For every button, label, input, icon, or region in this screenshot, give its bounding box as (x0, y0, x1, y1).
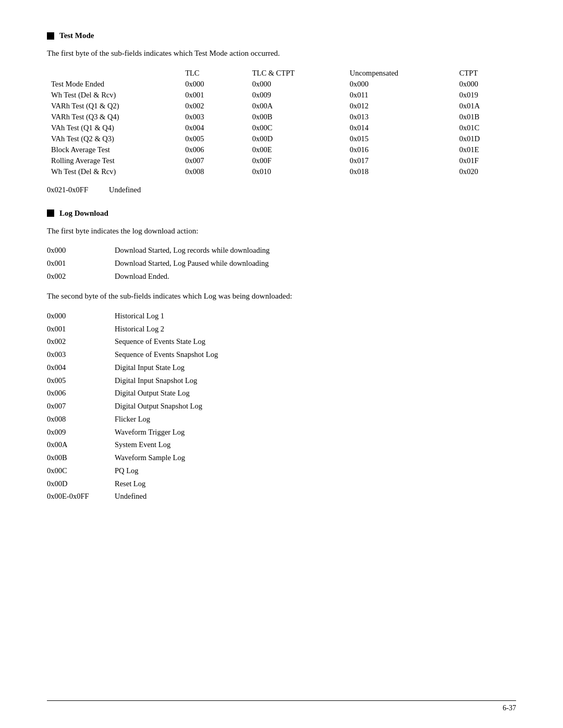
list-item: 0x005 Digital Input Snapshot Log (47, 375, 516, 387)
list-item: 0x004 Digital Input State Log (47, 362, 516, 374)
row-uncompensated: 0x013 (346, 112, 455, 122)
row-tlc: 0x000 (181, 79, 248, 90)
table-row: VARh Test (Q1 & Q2) 0x002 0x00A 0x012 0x… (47, 101, 516, 112)
row-ctpt: 0x01F (455, 155, 516, 166)
col-header-label (47, 68, 181, 79)
row-uncompensated: 0x014 (346, 122, 455, 133)
log-download-heading: Log Download (47, 209, 516, 218)
table-row: VAh Test (Q1 & Q4) 0x004 0x00C 0x014 0x0… (47, 122, 516, 133)
row-tlc: 0x001 (181, 90, 248, 101)
table-row: Rolling Average Test 0x007 0x00F 0x017 0… (47, 155, 516, 166)
item-code: 0x006 (47, 388, 115, 399)
log-download-desc1: The first byte indicates the log downloa… (47, 225, 516, 237)
item-code: 0x005 (47, 375, 115, 387)
row-ctpt: 0x01A (455, 101, 516, 112)
list-item: 0x001 Download Started, Log Paused while… (47, 258, 516, 269)
row-tlc: 0x008 (181, 166, 248, 177)
table-row: VAh Test (Q2 & Q3) 0x005 0x00D 0x015 0x0… (47, 133, 516, 144)
row-tlcctpt: 0x00F (248, 155, 346, 166)
test-mode-title: Test Mode (59, 31, 94, 40)
second-byte-list: 0x000 Historical Log 1 0x001 Historical … (47, 311, 516, 502)
footer: 6-37 (0, 700, 563, 712)
list-item: 0x007 Digital Output Snapshot Log (47, 401, 516, 412)
row-tlcctpt: 0x00C (248, 122, 346, 133)
row-label: VAh Test (Q1 & Q4) (47, 122, 181, 133)
test-mode-undefined-label: Undefined (109, 186, 141, 194)
item-description: Download Ended. (115, 271, 516, 282)
item-description: Digital Input Snapshot Log (115, 375, 516, 387)
row-tlcctpt: 0x00B (248, 112, 346, 122)
col-header-tlcctpt: TLC & CTPT (248, 68, 346, 79)
item-description: Historical Log 2 (115, 324, 516, 335)
item-description: Historical Log 1 (115, 311, 516, 322)
list-item: 0x008 Flicker Log (47, 414, 516, 425)
list-item: 0x001 Historical Log 2 (47, 324, 516, 335)
row-tlc: 0x003 (181, 112, 248, 122)
list-item: 0x002 Download Ended. (47, 271, 516, 282)
item-code: 0x00B (47, 452, 115, 464)
table-row: VARh Test (Q3 & Q4) 0x003 0x00B 0x013 0x… (47, 112, 516, 122)
row-tlcctpt: 0x009 (248, 90, 346, 101)
page-number: 6-37 (47, 704, 516, 712)
item-code: 0x002 (47, 271, 115, 282)
item-code: 0x00E-0x0FF (47, 491, 115, 502)
test-mode-heading: Test Mode (47, 31, 516, 40)
item-description: Digital Output State Log (115, 388, 516, 399)
item-code: 0x001 (47, 258, 115, 269)
row-label: Rolling Average Test (47, 155, 181, 166)
first-byte-list: 0x000 Download Started, Log records whil… (47, 245, 516, 282)
test-mode-table: TLC TLC & CTPT Uncompensated CTPT Test M… (47, 68, 516, 177)
item-description: PQ Log (115, 465, 516, 477)
item-description: Waveform Sample Log (115, 452, 516, 464)
item-description: Undefined (115, 491, 516, 502)
row-tlc: 0x006 (181, 144, 248, 155)
row-ctpt: 0x01E (455, 144, 516, 155)
row-tlcctpt: 0x00A (248, 101, 346, 112)
item-code: 0x002 (47, 336, 115, 348)
row-label: VARh Test (Q3 & Q4) (47, 112, 181, 122)
item-code: 0x008 (47, 414, 115, 425)
row-tlc: 0x002 (181, 101, 248, 112)
row-label: Wh Test (Del & Rcv) (47, 166, 181, 177)
table-row: Wh Test (Del & Rcv) 0x001 0x009 0x011 0x… (47, 90, 516, 101)
row-label: Test Mode Ended (47, 79, 181, 90)
list-item: 0x000 Historical Log 1 (47, 311, 516, 322)
row-tlcctpt: 0x000 (248, 79, 346, 90)
item-code: 0x004 (47, 362, 115, 374)
test-mode-section: Test Mode The first byte of the sub-fiel… (47, 31, 516, 194)
row-ctpt: 0x01C (455, 122, 516, 133)
page: Test Mode The first byte of the sub-fiel… (0, 0, 563, 728)
row-uncompensated: 0x018 (346, 166, 455, 177)
test-mode-bullet (47, 32, 54, 40)
row-uncompensated: 0x000 (346, 79, 455, 90)
item-description: Waveform Trigger Log (115, 427, 516, 438)
test-mode-description: The first byte of the sub-fields indicat… (47, 47, 516, 59)
row-tlc: 0x005 (181, 133, 248, 144)
row-label: VARh Test (Q1 & Q2) (47, 101, 181, 112)
item-code: 0x000 (47, 245, 115, 256)
row-tlc: 0x007 (181, 155, 248, 166)
row-tlcctpt: 0x00D (248, 133, 346, 144)
list-item: 0x00A System Event Log (47, 439, 516, 451)
list-item: 0x009 Waveform Trigger Log (47, 427, 516, 438)
item-description: Download Started, Log Paused while downl… (115, 258, 516, 269)
list-item: 0x003 Sequence of Events Snapshot Log (47, 349, 516, 361)
test-mode-undefined-range: 0x021-0x0FF (47, 186, 88, 194)
col-header-ctpt: CTPT (455, 68, 516, 79)
log-download-bullet (47, 209, 54, 217)
row-ctpt: 0x019 (455, 90, 516, 101)
list-item: 0x00E-0x0FF Undefined (47, 491, 516, 502)
row-uncompensated: 0x012 (346, 101, 455, 112)
row-ctpt: 0x020 (455, 166, 516, 177)
item-description: Download Started, Log records while down… (115, 245, 516, 256)
table-header-row: TLC TLC & CTPT Uncompensated CTPT (47, 68, 516, 79)
list-item: 0x00D Reset Log (47, 478, 516, 490)
row-ctpt: 0x01B (455, 112, 516, 122)
item-description: Digital Output Snapshot Log (115, 401, 516, 412)
item-code: 0x001 (47, 324, 115, 335)
list-item: 0x002 Sequence of Events State Log (47, 336, 516, 348)
log-download-section: Log Download The first byte indicates th… (47, 209, 516, 503)
row-tlc: 0x004 (181, 122, 248, 133)
row-uncompensated: 0x011 (346, 90, 455, 101)
row-uncompensated: 0x015 (346, 133, 455, 144)
